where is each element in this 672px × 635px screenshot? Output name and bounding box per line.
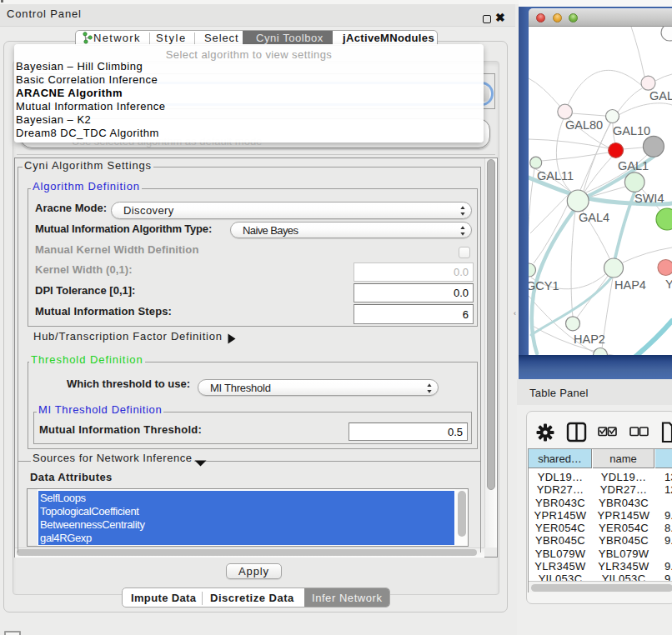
svg-text:GAL11: GAL11	[537, 169, 574, 182]
svg-text:GAL10: GAL10	[613, 124, 650, 138]
svg-text:GAL1: GAL1	[618, 159, 649, 172]
svg-text:GAL4: GAL4	[579, 211, 609, 224]
svg-text:GCY1: GCY1	[529, 279, 559, 292]
svg-text:Y: Y	[665, 278, 672, 291]
svg-text:SWI4: SWI4	[634, 192, 664, 205]
svg-text:GAL80: GAL80	[565, 118, 603, 132]
svg-text:HAP4: HAP4	[614, 278, 646, 292]
svg-text:HAP2: HAP2	[574, 332, 605, 346]
svg-text:GAL7: GAL7	[649, 89, 672, 102]
